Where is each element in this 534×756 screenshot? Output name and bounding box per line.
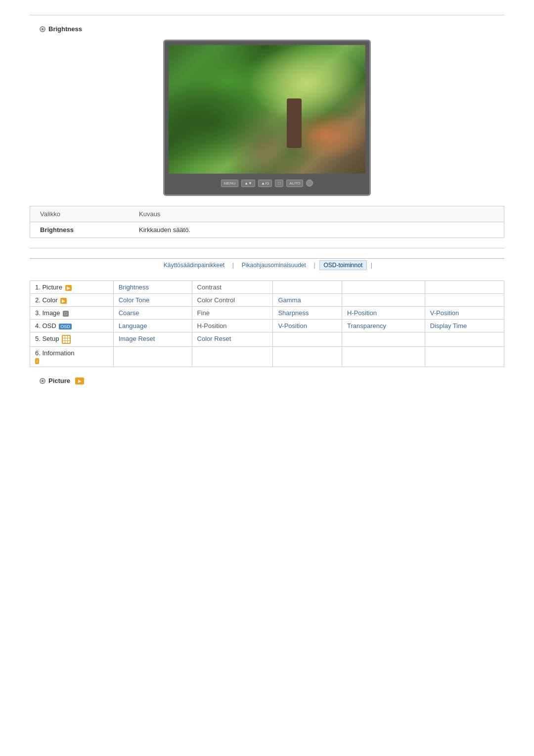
monitor-screen [169, 45, 365, 174]
item-language[interactable]: Language [113, 320, 192, 332]
monitor-frame: MENU ▲▼ ▲/G □ AUTO [163, 40, 371, 196]
row-value: Kirkkauden säätö. [139, 226, 494, 234]
table-row: 1. Picture ▶ Brightness Contrast [30, 281, 504, 294]
item-color-control[interactable]: Color Control [192, 294, 273, 307]
setup-badge [62, 335, 71, 344]
table-row: 6. Information i [30, 347, 504, 367]
picture-badge: ▶ [65, 285, 72, 291]
category-image: 3. Image □ [30, 307, 114, 320]
item-brightness[interactable]: Brightness [113, 281, 192, 294]
item-color-tone[interactable]: Color Tone [113, 294, 192, 307]
osd-badge: OSD [59, 324, 72, 330]
ag-button[interactable]: ▲/G [258, 180, 272, 187]
item-image-reset[interactable]: Image Reset [113, 332, 192, 347]
info-badge: i [35, 358, 39, 364]
radio-icon [40, 26, 45, 32]
brightness-label: Brightness [48, 25, 82, 33]
monitor-controls: MENU ▲▼ ▲/G □ AUTO [169, 176, 365, 190]
monitor-display: MENU ▲▼ ▲/G □ AUTO [40, 40, 494, 196]
item-coarse[interactable]: Coarse [113, 307, 192, 320]
brightness-section: Brightness MENU ▲▼ ▲/G □ AUTO [40, 25, 494, 196]
picture-section: Picture [40, 377, 494, 384]
info-table-row: Brightness Kirkkauden säätö. [30, 222, 504, 237]
table-row: 3. Image □ Coarse Fine Sharpness H-Posit… [30, 307, 504, 320]
header-description: Kuvaus [139, 210, 494, 218]
item-fine[interactable]: Fine [192, 307, 273, 320]
tab-osd[interactable]: OSD-toiminnot [319, 260, 367, 270]
header-menu: Valikko [40, 210, 139, 218]
item-h-position-image[interactable]: H-Position [342, 307, 425, 320]
top-divider [30, 15, 504, 15]
nav-tabs-line [30, 258, 504, 259]
info-table-header: Valikko Kuvaus [30, 206, 504, 222]
menu-table: 1. Picture ▶ Brightness Contrast 2. Colo… [30, 281, 504, 367]
item-h-position-osd[interactable]: H-Position [192, 320, 273, 332]
row-label: Brightness [40, 226, 139, 234]
item-v-position-osd[interactable]: V-Position [273, 320, 342, 332]
table-row: 4. OSD OSD Language H-Position V-Positio… [30, 320, 504, 332]
brightness-title: Brightness [40, 25, 494, 33]
category-setup: 5. Setup [30, 332, 114, 347]
info-table: Valikko Kuvaus Brightness Kirkkauden sää… [30, 206, 504, 238]
table-row: 2. Color ▶ Color Tone Color Control Gamm… [30, 294, 504, 307]
picture-label: Picture [48, 377, 70, 384]
tab-keyboard[interactable]: Käyttösäädinpainikkeet [160, 261, 228, 270]
picture-badge-icon [75, 378, 84, 384]
category-osd: 4. OSD OSD [30, 320, 114, 332]
color-badge: ▶ [60, 298, 67, 304]
tab-quickfeatures[interactable]: Pikaohjausominaisuudet [238, 261, 310, 270]
item-gamma[interactable]: Gamma [273, 294, 342, 307]
item-color-reset[interactable]: Color Reset [192, 332, 273, 347]
item-sharpness[interactable]: Sharpness [273, 307, 342, 320]
picture-radio-icon [40, 378, 45, 384]
item-v-position-image[interactable]: V-Position [425, 307, 504, 320]
category-color: 2. Color ▶ [30, 294, 114, 307]
menu-button[interactable]: MENU [221, 180, 239, 187]
arrow-button[interactable]: ▲▼ [241, 180, 255, 187]
auto-button[interactable]: AUTO [286, 180, 303, 187]
item-display-time[interactable]: Display Time [425, 320, 504, 332]
picture-title: Picture [40, 377, 494, 384]
power-button[interactable] [306, 180, 313, 187]
item-contrast[interactable]: Contrast [192, 281, 273, 294]
box-button[interactable]: □ [275, 180, 283, 187]
nav-tabs: Käyttösäädinpainikkeet | Pikaohjausomina… [30, 258, 504, 273]
table-row: 5. Setup Image Reset Color Reset [30, 332, 504, 347]
mid-divider [30, 248, 504, 248]
category-picture: 1. Picture ▶ [30, 281, 114, 294]
category-information: 6. Information i [30, 347, 114, 367]
image-badge: □ [63, 311, 68, 317]
item-transparency[interactable]: Transparency [342, 320, 425, 332]
